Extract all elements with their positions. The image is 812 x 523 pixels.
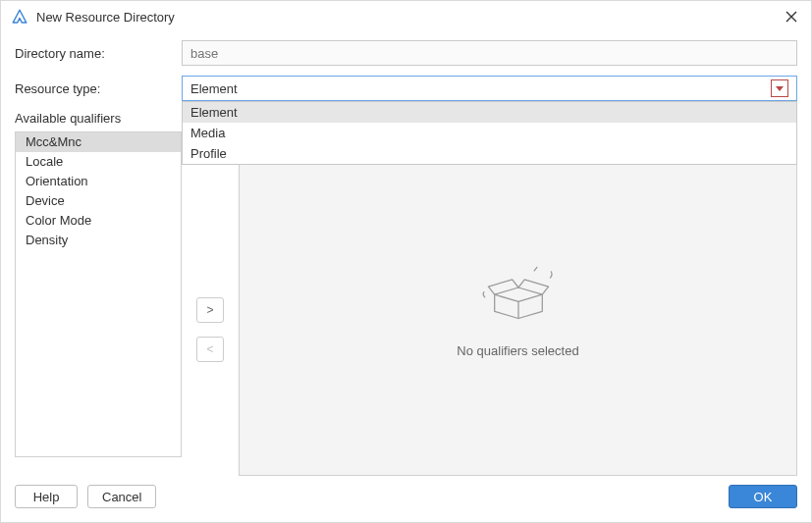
chevron-right-icon: > (206, 303, 213, 317)
qualifier-item[interactable]: Locale (16, 152, 181, 172)
qualifier-item[interactable]: Orientation (16, 172, 181, 191)
available-qualifiers-column: Available qualifiers Mcc&MncLocaleOrient… (15, 111, 182, 505)
qualifier-item[interactable]: Mcc&Mnc (16, 132, 181, 152)
help-button[interactable]: Help (15, 485, 78, 508)
empty-box-icon (474, 267, 563, 326)
resource-type-option[interactable]: Profile (183, 143, 796, 164)
resource-type-label: Resource type: (15, 81, 182, 96)
cancel-button[interactable]: Cancel (87, 485, 156, 508)
qualifier-item[interactable]: Density (16, 231, 181, 250)
resource-type-row: Resource type: Element ElementMediaProfi… (15, 76, 797, 101)
content-area: Available qualifiers Mcc&MncLocaleOrient… (15, 111, 797, 505)
add-qualifier-button[interactable]: > (196, 297, 224, 323)
app-icon (11, 8, 28, 26)
transfer-buttons-column: > < (182, 180, 239, 505)
resource-type-select[interactable]: Element (182, 76, 797, 101)
no-qualifiers-message: No qualifiers selected (457, 343, 578, 358)
qualifier-item[interactable]: Device (16, 191, 181, 211)
window-title: New Resource Directory (36, 10, 782, 25)
close-button[interactable] (782, 7, 801, 26)
directory-name-input[interactable] (182, 40, 797, 66)
title-bar: New Resource Directory (1, 1, 811, 32)
available-qualifiers-list[interactable]: Mcc&MncLocaleOrientationDeviceColor Mode… (15, 131, 182, 457)
resource-type-option[interactable]: Element (183, 102, 796, 123)
qualifier-item[interactable]: Color Mode (16, 211, 181, 231)
directory-name-label: Directory name: (15, 46, 182, 61)
dialog-body: Directory name: Resource type: Element E… (1, 32, 811, 505)
chevron-left-icon: < (206, 342, 213, 356)
selected-qualifiers-panel: No qualifiers selected (239, 148, 797, 476)
resource-type-dropdown: ElementMediaProfile (182, 101, 797, 165)
new-resource-directory-dialog: New Resource Directory Directory name: R… (0, 0, 812, 523)
resource-type-option[interactable]: Media (183, 123, 796, 143)
available-qualifiers-heading: Available qualifiers (15, 111, 182, 126)
dialog-footer: Help Cancel OK (15, 485, 797, 508)
close-icon (785, 11, 797, 23)
ok-button[interactable]: OK (729, 485, 797, 508)
selected-qualifiers-column: No qualifiers selected (239, 111, 797, 505)
remove-qualifier-button[interactable]: < (196, 337, 224, 362)
resource-type-value: Element (190, 81, 771, 96)
directory-name-row: Directory name: (15, 40, 797, 66)
dropdown-arrow-icon (771, 79, 788, 97)
